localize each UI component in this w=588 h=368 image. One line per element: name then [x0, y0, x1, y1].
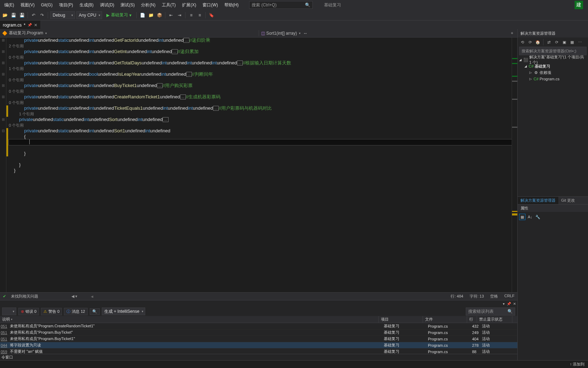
- menu-analyze[interactable]: 分析(N): [138, 1, 158, 10]
- breadcrumb-member[interactable]: ◫ Sort1(int[] array) ▾ ↔ ＋: [259, 30, 518, 36]
- solution-search-input[interactable]: 搜索解决方案资源管理器(Ctrl+;): [519, 47, 587, 55]
- error-row[interactable]: 051未使用私有成员"Program.BuyTicket"基础复习Program…: [0, 329, 517, 336]
- header-line[interactable]: 行: [467, 316, 477, 323]
- expand-icon[interactable]: ▷: [528, 77, 533, 81]
- collapse-icon[interactable]: ▣: [561, 39, 568, 45]
- indent-mode[interactable]: 空格: [490, 294, 498, 299]
- error-row[interactable]: 051未使用私有成员"Program.CreateRandomTicket1"基…: [0, 323, 517, 329]
- header-state[interactable]: 禁止显示状态: [477, 316, 512, 323]
- fold-toggle[interactable]: ⊞: [0, 117, 6, 122]
- panel-pin-icon[interactable]: 📌: [507, 302, 511, 306]
- panel-close-icon[interactable]: ✕: [513, 302, 516, 306]
- home-icon[interactable]: ⟲: [519, 39, 525, 45]
- scope-dropdown[interactable]: [2, 307, 16, 315]
- warnings-filter[interactable]: ⚠警告 0: [41, 308, 62, 315]
- code-line[interactable]: }: [9, 168, 512, 173]
- outdent-icon[interactable]: ⇤: [167, 12, 175, 19]
- code-line[interactable]: privateundefinedstaticundefinedintundefi…: [9, 94, 512, 100]
- code-line[interactable]: privateundefinedstaticundefinedintundefi…: [9, 128, 512, 134]
- code-line[interactable]: {: [9, 134, 512, 139]
- breadcrumb-nav-icon[interactable]: ↔: [302, 31, 308, 36]
- header-description[interactable]: 说明▾: [0, 316, 379, 323]
- code-line[interactable]: privateundefinedstaticundefinedintundefi…: [9, 105, 512, 111]
- error-search-input[interactable]: 搜索错误列表🔍: [466, 307, 515, 316]
- close-tab-icon[interactable]: ✕: [34, 23, 37, 28]
- code-line[interactable]: 0 个引用: [9, 100, 512, 105]
- platform-dropdown[interactable]: Any CPU: [76, 11, 102, 19]
- code-line[interactable]: privateundefinedstaticundefinedboolundef…: [9, 71, 512, 77]
- code-line[interactable]: 1 个引用: [9, 66, 512, 71]
- menu-git[interactable]: Git(G): [38, 1, 55, 9]
- build-filter[interactable]: 🔍: [90, 308, 100, 315]
- code-line[interactable]: [9, 145, 512, 151]
- code-line[interactable]: privateundefinedstaticundefinedintundefi…: [9, 83, 512, 88]
- show-all-icon[interactable]: ▦: [569, 39, 575, 45]
- file-node-program[interactable]: ▷ C# Program.cs: [518, 76, 587, 82]
- user-avatar[interactable]: 建: [575, 1, 583, 9]
- code-line[interactable]: privateundefinedstaticundefinedintundefi…: [9, 49, 512, 54]
- menu-project[interactable]: 项目(P): [56, 1, 76, 10]
- menu-extensions[interactable]: 扩展(X): [179, 1, 199, 10]
- home-icon[interactable]: 🏠: [535, 39, 541, 45]
- code-line[interactable]: [9, 156, 512, 162]
- messages-filter[interactable]: ⓘ消息 12: [64, 308, 87, 315]
- fold-toggle[interactable]: ⊞: [0, 94, 6, 100]
- start-debug-button[interactable]: ▶ 基础复习 ▾: [104, 12, 134, 18]
- code-line[interactable]: privateundefinedstaticundefinedintundefi…: [9, 117, 512, 122]
- fold-toggle[interactable]: ⊞: [0, 71, 6, 77]
- config-dropdown[interactable]: Debug: [50, 11, 75, 19]
- properties-icon[interactable]: ⋯: [577, 39, 583, 45]
- comment-icon[interactable]: ≡: [188, 12, 195, 19]
- menu-debug[interactable]: 调试(D): [97, 1, 117, 10]
- class-icon[interactable]: 📦: [156, 12, 163, 19]
- code-line[interactable]: 0 个引用: [9, 122, 512, 128]
- global-search-input[interactable]: 搜索 (Ctrl+Q) 🔍: [249, 1, 313, 9]
- errors-filter[interactable]: ⊗错误 0: [18, 308, 39, 315]
- error-row[interactable]: 059不需要对 "arr" 赋值基础复习Program.cs88活动: [0, 349, 517, 354]
- error-row[interactable]: 051未使用私有成员"Program.BuyTicket1"基础复习Progra…: [0, 336, 517, 342]
- cursor-col[interactable]: 字符: 13: [470, 294, 484, 299]
- nav-icons[interactable]: ◀ ▾: [71, 294, 77, 299]
- sync-icon[interactable]: ⇄: [546, 39, 552, 45]
- code-line[interactable]: }: [9, 162, 512, 168]
- fold-toggle[interactable]: ⊞: [0, 83, 6, 88]
- solution-node[interactable]: ◢ ⬛ 解决方案"基础复习"(1 个项目/共 1 个): [518, 57, 587, 63]
- folder-icon[interactable]: 📁: [147, 12, 154, 19]
- open-file-icon[interactable]: 📂: [1, 12, 8, 19]
- code-line[interactable]: 0 个引用: [9, 77, 512, 83]
- menu-help[interactable]: 帮助(H): [222, 1, 242, 10]
- header-file[interactable]: 文件: [423, 316, 467, 323]
- refresh-icon[interactable]: ⟳: [553, 39, 560, 45]
- command-window-tab[interactable]: 令窗口: [0, 354, 517, 360]
- fold-toggle[interactable]: ⊞: [0, 38, 6, 43]
- code-content[interactable]: privateundefinedstaticundefinedintundefi…: [8, 38, 512, 292]
- code-line[interactable]: 2 个引用: [9, 43, 512, 49]
- breadcrumb-class[interactable]: 🔶 基础复习.Program ▾: [0, 30, 259, 36]
- new-item-icon[interactable]: 📄: [139, 12, 146, 19]
- split-editor-icon[interactable]: ＋: [509, 30, 515, 36]
- tab-solution-explorer[interactable]: 解决方案资源管理器: [518, 197, 558, 204]
- code-line[interactable]: }: [9, 151, 512, 156]
- dependencies-node[interactable]: ▷ ⚙ 依赖项: [518, 69, 587, 76]
- header-project[interactable]: 项目: [379, 316, 423, 323]
- code-line[interactable]: 0 个引用: [9, 88, 512, 94]
- tab-git-changes[interactable]: Git 更改: [558, 197, 578, 204]
- undo-icon[interactable]: ↶: [30, 12, 37, 19]
- code-line[interactable]: [9, 139, 512, 145]
- wrench-icon[interactable]: 🔧: [535, 214, 541, 220]
- file-tab-program[interactable]: rogram.cs* 📌 ✕: [0, 21, 40, 29]
- eol-mode[interactable]: CRLF: [504, 294, 514, 299]
- source-dropdown[interactable]: 生成 + IntelliSense: [102, 307, 146, 315]
- pin-icon[interactable]: 📌: [28, 23, 32, 27]
- overview-ruler[interactable]: [512, 38, 517, 292]
- menu-tools[interactable]: 工具(T): [159, 1, 178, 10]
- save-all-icon[interactable]: 💾: [18, 12, 25, 19]
- indent-icon[interactable]: ⇥: [176, 12, 183, 19]
- fold-toggle[interactable]: ⊞: [0, 60, 6, 66]
- error-row[interactable]: 044将字段设置为只读基础复习Program.cs278活动: [0, 342, 517, 349]
- add-to-source-control[interactable]: ↑ 添加到: [570, 362, 584, 367]
- menu-build[interactable]: 生成(B): [77, 1, 96, 10]
- code-editor[interactable]: ⊞⊞⊞⊞⊞⊞⊞⊟ privateundefinedstaticundefined…: [0, 38, 517, 292]
- issues-status[interactable]: 未找到相关问题: [11, 294, 38, 299]
- cursor-line[interactable]: 行: 484: [451, 294, 463, 299]
